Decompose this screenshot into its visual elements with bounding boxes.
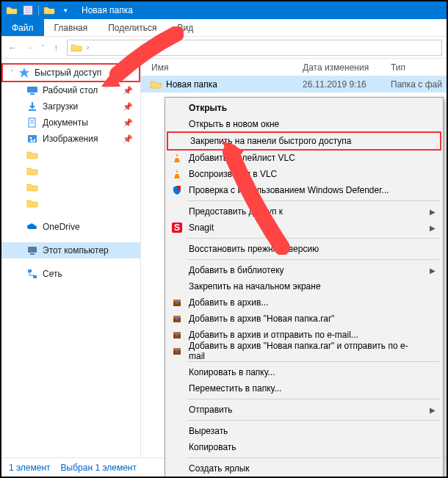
ctx-vlc-play[interactable]: Воспроизвести в VLC	[167, 166, 441, 182]
sidebar-quick-access[interactable]: ˅ Быстрый доступ	[0, 65, 139, 81]
folder-icon	[71, 42, 82, 54]
sidebar-network[interactable]: Сеть	[1, 266, 140, 282]
row-date: 26.11.2019 9:16	[303, 79, 391, 90]
ctx-move-to[interactable]: Переместить в папку...	[167, 380, 441, 396]
ctx-defender[interactable]: Проверка с использованием Windows Defend…	[167, 182, 441, 198]
onedrive-label: OneDrive	[43, 222, 80, 232]
tab-share[interactable]: Поделиться	[98, 19, 167, 36]
pin-icon: 📌	[123, 134, 133, 144]
winrar-icon	[171, 345, 183, 357]
ctx-send-to[interactable]: Отправить▶	[167, 402, 441, 418]
sidebar-item-label: Рабочий стол	[43, 85, 98, 95]
chevron-right-icon: ▶	[430, 208, 436, 216]
chevron-down-icon[interactable]: ˅	[10, 69, 14, 76]
chevron-right-icon: ▶	[430, 406, 436, 414]
svg-rect-6	[30, 93, 35, 95]
computer-icon	[26, 245, 38, 256]
sidebar: ˅ Быстрый доступ Рабочий стол 📌 Загрузки…	[1, 59, 141, 457]
ctx-snagit[interactable]: SSnagit▶	[167, 220, 441, 236]
sidebar-item-documents[interactable]: Документы 📌	[1, 115, 140, 131]
ctx-copy[interactable]: Копировать	[167, 439, 441, 455]
folder-icon	[6, 4, 18, 16]
col-type[interactable]: Тип	[391, 62, 447, 73]
pin-icon: 📌	[123, 118, 133, 128]
ctx-vlc-playlist[interactable]: Добавить в плейлист VLC	[167, 150, 441, 166]
ctx-shortcut[interactable]: Создать ярлык	[167, 460, 441, 477]
titlebar: ▾ Новая папка	[1, 1, 447, 19]
up-button[interactable]: ↑	[49, 43, 62, 53]
sidebar-item-desktop[interactable]: Рабочий стол 📌	[1, 82, 140, 98]
sidebar-item-downloads[interactable]: Загрузки 📌	[1, 98, 140, 115]
ctx-open-new-window[interactable]: Открыть в новом окне	[167, 116, 441, 132]
ctx-cut[interactable]: Вырезать	[167, 423, 441, 439]
this-pc-label: Этот компьютер	[43, 245, 109, 256]
ctx-copy-to[interactable]: Копировать в папку...	[167, 364, 441, 380]
address-bar[interactable]: ›	[67, 40, 442, 56]
sidebar-onedrive[interactable]: OneDrive	[1, 219, 140, 235]
row-name: Новая папка	[166, 79, 217, 90]
folder-icon	[26, 165, 38, 177]
sidebar-item-label: Изображения	[43, 134, 98, 144]
folder-icon	[150, 79, 162, 90]
tab-view[interactable]: Вид	[167, 19, 203, 36]
ctx-winrar-add[interactable]: Добавить в архив...	[167, 294, 441, 311]
winrar-icon	[171, 297, 183, 308]
downloads-icon	[26, 101, 38, 112]
col-name[interactable]: Имя	[141, 62, 303, 73]
desktop-icon	[26, 84, 38, 96]
tab-file[interactable]: Файл	[1, 19, 44, 36]
svg-rect-5	[27, 87, 37, 93]
ctx-winrar-add-name[interactable]: Добавить в архив "Новая папка.rar"	[167, 311, 441, 327]
ctx-winrar-name-email[interactable]: Добавить в архив "Новая папка.rar" и отп…	[167, 343, 441, 359]
svg-rect-28	[176, 318, 178, 320]
ctx-pin-quick-access[interactable]: Закрепить на панели быстрого доступа	[168, 133, 440, 149]
ctx-open[interactable]: Открыть	[167, 100, 441, 116]
svg-text:S: S	[174, 222, 180, 233]
file-row[interactable]: Новая папка 26.11.2019 9:16 Папка с фай	[141, 76, 447, 93]
tab-home[interactable]: Главная	[44, 19, 98, 36]
sidebar-this-pc[interactable]: Этот компьютер	[1, 242, 140, 258]
svg-rect-34	[176, 350, 178, 352]
svg-rect-25	[176, 302, 178, 304]
svg-rect-30	[173, 332, 181, 334]
folder-icon	[26, 198, 38, 209]
sidebar-item-label: Документы	[43, 117, 88, 128]
sidebar-item-pictures[interactable]: Изображения 📌	[1, 131, 140, 147]
svg-rect-31	[176, 334, 178, 336]
svg-rect-27	[173, 316, 181, 318]
new-folder-icon[interactable]	[43, 4, 55, 16]
quick-access-label: Быстрый доступ	[35, 68, 101, 78]
svg-rect-13	[30, 253, 35, 255]
recent-chevron-icon[interactable]: ˅	[41, 44, 45, 51]
nav-bar: ← → ˅ ↑ ›	[1, 37, 447, 59]
properties-icon[interactable]	[22, 4, 34, 16]
back-button[interactable]: ←	[6, 43, 19, 53]
col-date[interactable]: Дата изменения	[303, 62, 391, 73]
documents-icon	[26, 117, 38, 128]
sidebar-item-folder[interactable]	[1, 163, 140, 179]
winrar-icon	[171, 329, 183, 341]
sidebar-item-folder[interactable]	[1, 147, 140, 163]
network-label: Сеть	[43, 269, 62, 279]
ctx-add-library[interactable]: Добавить в библиотеку▶	[167, 262, 441, 278]
svg-rect-12	[28, 247, 37, 253]
chevron-right-icon[interactable]: ›	[87, 43, 89, 51]
pictures-icon	[26, 133, 38, 145]
chevron-right-icon: ▶	[430, 224, 436, 232]
folder-icon	[26, 181, 38, 193]
qat-chevron-icon[interactable]: ▾	[59, 4, 71, 16]
vlc-icon	[171, 168, 183, 180]
ctx-restore-version[interactable]: Восстановить прежнюю версию	[167, 241, 441, 257]
forward-button[interactable]: →	[24, 43, 37, 53]
row-type: Папка с фай	[391, 79, 447, 90]
network-icon	[26, 268, 38, 280]
ctx-share-access[interactable]: Предоставить доступ к▶	[167, 203, 441, 220]
column-headers: Имя Дата изменения Тип	[141, 59, 447, 76]
svg-rect-24	[173, 300, 181, 302]
cloud-icon	[26, 221, 38, 233]
chevron-right-icon: ▶	[430, 267, 436, 275]
sidebar-item-folder[interactable]	[1, 195, 140, 211]
ctx-pin-start[interactable]: Закрепить на начальном экране	[167, 278, 441, 294]
svg-rect-20	[177, 186, 181, 190]
sidebar-item-folder[interactable]	[1, 179, 140, 195]
